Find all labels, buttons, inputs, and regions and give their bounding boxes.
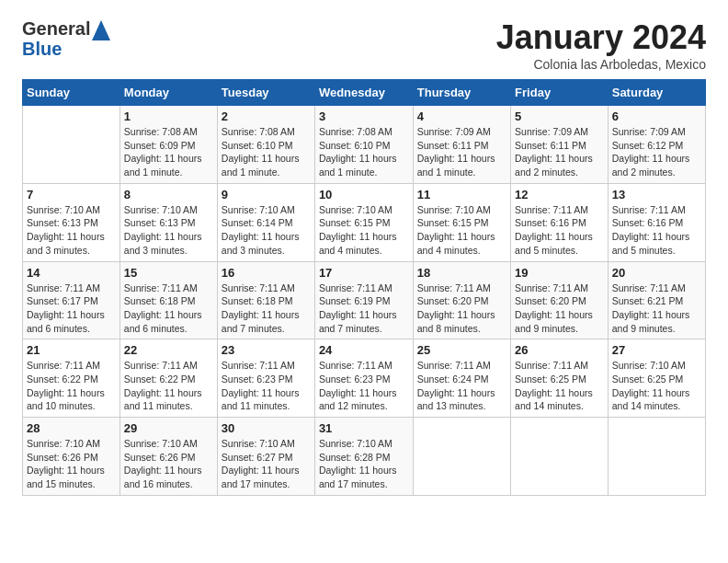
cell-daylight-info: Sunrise: 7:08 AM Sunset: 6:10 PM Dayligh… bbox=[319, 125, 409, 179]
location: Colonia las Arboledas, Mexico bbox=[496, 57, 706, 72]
weekday-header: Thursday bbox=[413, 80, 510, 106]
weekday-header: Friday bbox=[511, 80, 609, 106]
cell-day-number: 28 bbox=[27, 421, 116, 435]
logo-icon bbox=[92, 20, 110, 40]
calendar-week-row: 28Sunrise: 7:10 AM Sunset: 6:26 PM Dayli… bbox=[23, 418, 706, 496]
calendar-cell: 28Sunrise: 7:10 AM Sunset: 6:26 PM Dayli… bbox=[23, 418, 120, 496]
cell-daylight-info: Sunrise: 7:09 AM Sunset: 6:12 PM Dayligh… bbox=[612, 125, 701, 179]
cell-daylight-info: Sunrise: 7:11 AM Sunset: 6:20 PM Dayligh… bbox=[417, 282, 506, 336]
logo: General Blue bbox=[22, 18, 110, 59]
cell-day-number: 18 bbox=[417, 266, 506, 280]
calendar-cell: 31Sunrise: 7:10 AM Sunset: 6:28 PM Dayli… bbox=[314, 418, 413, 496]
cell-daylight-info: Sunrise: 7:09 AM Sunset: 6:11 PM Dayligh… bbox=[515, 125, 604, 179]
calendar-cell: 29Sunrise: 7:10 AM Sunset: 6:26 PM Dayli… bbox=[119, 418, 217, 496]
cell-day-number: 11 bbox=[417, 188, 506, 201]
calendar-week-row: 1Sunrise: 7:08 AM Sunset: 6:09 PM Daylig… bbox=[23, 106, 706, 184]
cell-day-number: 12 bbox=[515, 188, 604, 201]
cell-day-number: 25 bbox=[417, 343, 506, 357]
calendar-cell bbox=[608, 418, 705, 496]
title-area: January 2024 Colonia las Arboledas, Mexi… bbox=[496, 18, 706, 72]
cell-day-number: 13 bbox=[612, 188, 701, 201]
cell-day-number: 15 bbox=[124, 266, 213, 280]
cell-day-number: 3 bbox=[319, 109, 409, 123]
calendar-cell: 16Sunrise: 7:11 AM Sunset: 6:18 PM Dayli… bbox=[217, 261, 314, 339]
cell-daylight-info: Sunrise: 7:10 AM Sunset: 6:15 PM Dayligh… bbox=[319, 203, 409, 258]
calendar-cell: 2Sunrise: 7:08 AM Sunset: 6:10 PM Daylig… bbox=[217, 106, 314, 184]
calendar-cell: 24Sunrise: 7:11 AM Sunset: 6:23 PM Dayli… bbox=[314, 339, 413, 418]
calendar-cell: 12Sunrise: 7:11 AM Sunset: 6:16 PM Dayli… bbox=[511, 183, 609, 261]
calendar-cell: 22Sunrise: 7:11 AM Sunset: 6:22 PM Dayli… bbox=[119, 339, 217, 418]
cell-day-number: 7 bbox=[27, 188, 116, 201]
cell-day-number: 5 bbox=[515, 109, 604, 123]
cell-day-number: 24 bbox=[319, 343, 409, 357]
calendar-cell: 10Sunrise: 7:10 AM Sunset: 6:15 PM Dayli… bbox=[314, 183, 413, 261]
calendar-cell: 26Sunrise: 7:11 AM Sunset: 6:25 PM Dayli… bbox=[511, 339, 609, 418]
cell-daylight-info: Sunrise: 7:10 AM Sunset: 6:26 PM Dayligh… bbox=[27, 437, 116, 491]
cell-day-number: 9 bbox=[222, 188, 311, 201]
cell-daylight-info: Sunrise: 7:11 AM Sunset: 6:21 PM Dayligh… bbox=[612, 282, 701, 336]
cell-daylight-info: Sunrise: 7:10 AM Sunset: 6:28 PM Dayligh… bbox=[319, 437, 409, 491]
calendar-cell: 13Sunrise: 7:11 AM Sunset: 6:16 PM Dayli… bbox=[608, 183, 705, 261]
cell-daylight-info: Sunrise: 7:10 AM Sunset: 6:27 PM Dayligh… bbox=[222, 437, 311, 491]
svg-marker-0 bbox=[92, 20, 110, 40]
calendar-cell: 9Sunrise: 7:10 AM Sunset: 6:14 PM Daylig… bbox=[217, 183, 314, 261]
calendar-table: SundayMondayTuesdayWednesdayThursdayFrid… bbox=[22, 79, 706, 496]
calendar-cell: 14Sunrise: 7:11 AM Sunset: 6:17 PM Dayli… bbox=[23, 261, 120, 339]
calendar-week-row: 21Sunrise: 7:11 AM Sunset: 6:22 PM Dayli… bbox=[23, 339, 706, 418]
cell-day-number: 4 bbox=[417, 109, 506, 123]
calendar-cell: 20Sunrise: 7:11 AM Sunset: 6:21 PM Dayli… bbox=[608, 261, 705, 339]
calendar-cell: 15Sunrise: 7:11 AM Sunset: 6:18 PM Dayli… bbox=[119, 261, 217, 339]
cell-day-number: 29 bbox=[124, 421, 213, 435]
month-title: January 2024 bbox=[496, 18, 706, 57]
cell-day-number: 10 bbox=[319, 188, 409, 201]
cell-day-number: 14 bbox=[27, 266, 116, 280]
cell-day-number: 30 bbox=[222, 421, 311, 435]
calendar-cell: 18Sunrise: 7:11 AM Sunset: 6:20 PM Dayli… bbox=[413, 261, 510, 339]
cell-day-number: 8 bbox=[124, 188, 213, 201]
logo-blue: Blue bbox=[22, 39, 90, 59]
calendar-cell: 30Sunrise: 7:10 AM Sunset: 6:27 PM Dayli… bbox=[217, 418, 314, 496]
cell-daylight-info: Sunrise: 7:11 AM Sunset: 6:17 PM Dayligh… bbox=[27, 282, 116, 336]
weekday-header: Wednesday bbox=[314, 80, 413, 106]
calendar-header-row: SundayMondayTuesdayWednesdayThursdayFrid… bbox=[23, 80, 706, 106]
weekday-header: Saturday bbox=[608, 80, 705, 106]
cell-day-number: 1 bbox=[124, 109, 213, 123]
calendar-cell: 3Sunrise: 7:08 AM Sunset: 6:10 PM Daylig… bbox=[314, 106, 413, 184]
cell-daylight-info: Sunrise: 7:10 AM Sunset: 6:14 PM Dayligh… bbox=[222, 203, 311, 258]
cell-daylight-info: Sunrise: 7:11 AM Sunset: 6:19 PM Dayligh… bbox=[319, 282, 409, 336]
cell-day-number: 17 bbox=[319, 266, 409, 280]
cell-day-number: 26 bbox=[515, 343, 604, 357]
calendar-cell: 4Sunrise: 7:09 AM Sunset: 6:11 PM Daylig… bbox=[413, 106, 510, 184]
cell-day-number: 6 bbox=[612, 109, 701, 123]
cell-day-number: 23 bbox=[222, 343, 311, 357]
cell-daylight-info: Sunrise: 7:11 AM Sunset: 6:18 PM Dayligh… bbox=[124, 282, 213, 336]
cell-daylight-info: Sunrise: 7:09 AM Sunset: 6:11 PM Dayligh… bbox=[417, 125, 506, 179]
cell-day-number: 2 bbox=[222, 109, 311, 123]
cell-daylight-info: Sunrise: 7:11 AM Sunset: 6:16 PM Dayligh… bbox=[612, 203, 701, 258]
weekday-header: Monday bbox=[119, 80, 217, 106]
calendar-cell: 5Sunrise: 7:09 AM Sunset: 6:11 PM Daylig… bbox=[511, 106, 609, 184]
cell-day-number: 27 bbox=[612, 343, 701, 357]
cell-daylight-info: Sunrise: 7:10 AM Sunset: 6:26 PM Dayligh… bbox=[124, 437, 213, 491]
calendar-cell: 6Sunrise: 7:09 AM Sunset: 6:12 PM Daylig… bbox=[608, 106, 705, 184]
calendar-week-row: 14Sunrise: 7:11 AM Sunset: 6:17 PM Dayli… bbox=[23, 261, 706, 339]
calendar-cell: 7Sunrise: 7:10 AM Sunset: 6:13 PM Daylig… bbox=[23, 183, 120, 261]
calendar-cell: 11Sunrise: 7:10 AM Sunset: 6:15 PM Dayli… bbox=[413, 183, 510, 261]
weekday-header: Tuesday bbox=[217, 80, 314, 106]
cell-day-number: 22 bbox=[124, 343, 213, 357]
page-header: General Blue January 2024 Colonia las Ar… bbox=[22, 18, 706, 72]
calendar-cell: 23Sunrise: 7:11 AM Sunset: 6:23 PM Dayli… bbox=[217, 339, 314, 418]
cell-daylight-info: Sunrise: 7:10 AM Sunset: 6:15 PM Dayligh… bbox=[417, 203, 506, 258]
cell-daylight-info: Sunrise: 7:11 AM Sunset: 6:18 PM Dayligh… bbox=[222, 282, 311, 336]
cell-daylight-info: Sunrise: 7:11 AM Sunset: 6:22 PM Dayligh… bbox=[124, 359, 213, 413]
cell-daylight-info: Sunrise: 7:11 AM Sunset: 6:16 PM Dayligh… bbox=[515, 203, 604, 258]
cell-day-number: 20 bbox=[612, 266, 701, 280]
calendar-cell bbox=[23, 106, 120, 184]
cell-daylight-info: Sunrise: 7:08 AM Sunset: 6:09 PM Dayligh… bbox=[124, 125, 213, 179]
calendar-cell: 19Sunrise: 7:11 AM Sunset: 6:20 PM Dayli… bbox=[511, 261, 609, 339]
calendar-cell: 1Sunrise: 7:08 AM Sunset: 6:09 PM Daylig… bbox=[119, 106, 217, 184]
logo-general: General bbox=[22, 18, 90, 39]
calendar-cell: 8Sunrise: 7:10 AM Sunset: 6:13 PM Daylig… bbox=[119, 183, 217, 261]
cell-daylight-info: Sunrise: 7:11 AM Sunset: 6:22 PM Dayligh… bbox=[27, 359, 116, 413]
cell-day-number: 16 bbox=[222, 266, 311, 280]
